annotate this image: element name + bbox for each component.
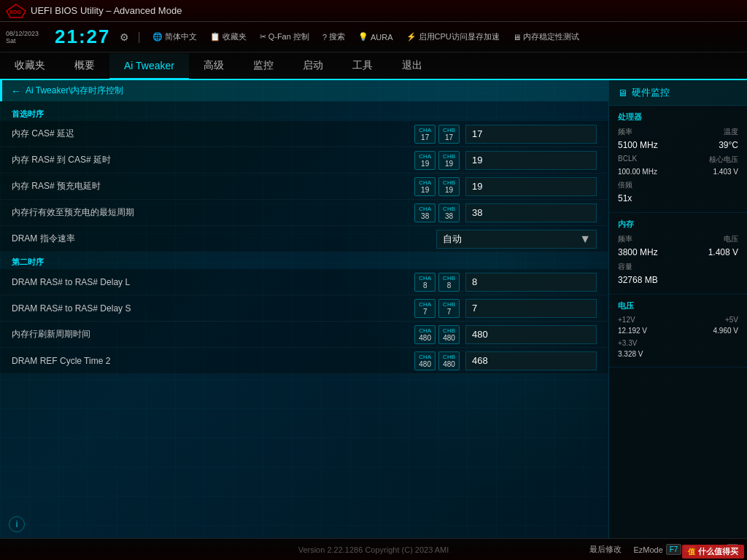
bclk-label: BCLK bbox=[618, 155, 637, 165]
nav-ai-tweaker[interactable]: Ai Tweaker bbox=[109, 53, 189, 79]
cpu-temp-value: 39°C bbox=[719, 140, 738, 150]
top-tools-bar: 🌐 简体中文 📋 收藏夹 ✂ Q-Fan 控制 ? 搜索 💡 AURA ⚡ 启用… bbox=[150, 30, 741, 44]
section2-label: 第二时序 bbox=[0, 252, 608, 269]
chb-badge-ras-cas: CHB 19 bbox=[438, 151, 460, 170]
main-nav: 收藏夹 概要 Ai Tweaker 高级 监控 启动 工具 退出 bbox=[0, 52, 747, 80]
brand-watermark: 值 什么值得买 bbox=[682, 545, 744, 559]
ez-mode-label: EzMode bbox=[633, 545, 662, 554]
input-rrl[interactable] bbox=[465, 273, 597, 292]
mem-freq-label-row: 频率 电压 bbox=[618, 234, 738, 244]
nav-boot[interactable]: 启动 bbox=[288, 53, 338, 79]
nav-summary[interactable]: 概要 bbox=[60, 53, 109, 79]
nav-tools[interactable]: 工具 bbox=[338, 53, 387, 79]
cha-badge-rrl: CHA 8 bbox=[414, 273, 436, 292]
tool-cpu-mem[interactable]: ⚡ 启用CPU访问显存加速 bbox=[403, 30, 503, 44]
v5-label: +5V bbox=[725, 316, 738, 324]
setting-row-ras-pre: 内存 RAS# 预充电延时 CHA 19 CHB 19 bbox=[0, 174, 608, 200]
mem-title: 内存 bbox=[618, 219, 738, 230]
chb-badge-cas: CHB 17 bbox=[438, 125, 460, 144]
cha-badge-rrs: CHA 7 bbox=[414, 299, 436, 318]
core-v-label: 核心电压 bbox=[709, 155, 738, 165]
hardware-monitor-panel: 🖥 硬件监控 处理器 频率 温度 5100 MHz 39°C BCLK 核心电压… bbox=[608, 80, 747, 538]
input-cas[interactable] bbox=[465, 125, 597, 144]
last-modified-label: 最后修改 bbox=[589, 544, 622, 555]
bios-title: UEFI BIOS Utility – Advanced Mode bbox=[31, 5, 182, 16]
cha-badge-tras: CHA 38 bbox=[414, 203, 436, 222]
setting-row-rrl: DRAM RAS# to RAS# Delay L CHA 8 CHB 8 bbox=[0, 269, 608, 295]
cha-badge-trfc2: CHA 480 bbox=[414, 351, 436, 370]
input-ras-pre[interactable] bbox=[465, 177, 597, 196]
mem-freq-value: 3800 MHz bbox=[618, 247, 658, 257]
mem-cap-label: 容量 bbox=[618, 262, 632, 272]
settings-list: 首选时序 内存 CAS# 延迟 CHA 17 CHB 17 bbox=[0, 101, 608, 377]
tool-aura[interactable]: 💡 AURA bbox=[355, 31, 396, 43]
freq-row: 频率 温度 bbox=[618, 127, 738, 137]
chb-badge-ras-pre: CHB 19 bbox=[438, 177, 460, 196]
channel-badges-ras-cas: CHA 19 CHB 19 bbox=[414, 151, 460, 170]
input-trfc2[interactable] bbox=[465, 351, 597, 370]
processor-section: 处理器 频率 温度 5100 MHz 39°C BCLK 核心电压 100.00… bbox=[609, 106, 747, 213]
date-text: 08/12/2023 bbox=[6, 30, 46, 37]
input-ras-cas[interactable] bbox=[465, 151, 597, 170]
settings-gear-icon[interactable]: ⚙ bbox=[120, 31, 129, 43]
info-button[interactable]: i bbox=[9, 516, 25, 532]
v33-label-row: +3.3V bbox=[618, 339, 738, 347]
brand-text: 什么值得买 bbox=[698, 546, 738, 557]
hw-monitor-title: 硬件监控 bbox=[632, 86, 670, 99]
tool-language[interactable]: 🌐 简体中文 bbox=[150, 30, 200, 44]
bclk-values-row: 100.00 MHz 1.403 V bbox=[618, 168, 738, 176]
cha-badge-ras-pre: CHA 19 bbox=[414, 177, 436, 196]
last-modified-btn[interactable]: 最后修改 bbox=[589, 544, 622, 555]
voltage-title: 电压 bbox=[618, 300, 738, 311]
select-cmd-rate[interactable]: 自动 1T 2T bbox=[436, 230, 597, 249]
mem-volt-label: 电压 bbox=[724, 234, 738, 244]
voltage-section: 电压 +12V +5V 12.192 V 4.960 V +3.3V 3.328… bbox=[609, 295, 747, 368]
datetime-bar: 08/12/2023 Sat 21:27 ⚙ | 🌐 简体中文 📋 收藏夹 ✂ … bbox=[0, 22, 747, 52]
setting-row-ras-cas: 内存 RAS# 到 CAS# 延时 CHA 19 CHB 19 bbox=[0, 147, 608, 174]
freq-label: 频率 bbox=[618, 127, 632, 137]
multi-row: 倍频 bbox=[618, 180, 738, 190]
mem-cap-value: 32768 MB bbox=[618, 275, 658, 285]
monitor-screen-icon: 🖥 bbox=[618, 88, 627, 98]
back-arrow-icon[interactable]: ← bbox=[11, 85, 21, 97]
hw-monitor-header: 🖥 硬件监控 bbox=[609, 80, 747, 106]
mem-cap-label-row: 容量 bbox=[618, 262, 738, 272]
multi-value-row: 51x bbox=[618, 193, 738, 203]
label-cmd-rate: DRAM 指令速率 bbox=[12, 233, 385, 245]
v33-value: 3.328 V bbox=[618, 350, 643, 358]
channel-badges-ras-pre: CHA 19 CHB 19 bbox=[414, 177, 460, 196]
label-tras: 内存行有效至预充电的最短周期 bbox=[12, 206, 414, 219]
cha-badge-ras-cas: CHA 19 bbox=[414, 151, 436, 170]
channel-badges-rrl: CHA 8 CHB 8 bbox=[414, 273, 460, 292]
tool-search[interactable]: ? 搜索 bbox=[320, 30, 348, 44]
tool-mem-test[interactable]: 🖥 内存稳定性测试 bbox=[510, 30, 582, 44]
input-trfc[interactable] bbox=[465, 325, 597, 344]
nav-monitor[interactable]: 监控 bbox=[239, 53, 288, 79]
input-rrs[interactable] bbox=[465, 299, 597, 318]
setting-row-rrs: DRAM RAS# to RAS# Delay S CHA 7 CHB 7 bbox=[0, 295, 608, 322]
v12-value: 12.192 V bbox=[618, 327, 647, 335]
settings-scroll[interactable]: 首选时序 内存 CAS# 延迟 CHA 17 CHB 17 bbox=[0, 101, 608, 538]
memory-section: 内存 频率 电压 3800 MHz 1.408 V 容量 32768 MB bbox=[609, 213, 747, 295]
channel-badges-rrs: CHA 7 CHB 7 bbox=[414, 299, 460, 318]
channel-badges-trfc: CHA 480 CHB 480 bbox=[414, 325, 460, 344]
tool-bookmarks[interactable]: 📋 收藏夹 bbox=[207, 30, 249, 44]
channel-badges-cas: CHA 17 CHB 17 bbox=[414, 125, 460, 144]
brand-icon: 值 bbox=[688, 547, 695, 557]
section1-label: 首选时序 bbox=[0, 104, 608, 121]
nav-favorites[interactable]: 收藏夹 bbox=[0, 53, 60, 79]
breadcrumb-text: Ai Tweaker\内存时序控制 bbox=[26, 85, 123, 97]
chb-badge-tras: CHB 38 bbox=[438, 203, 460, 222]
logo-area: ROG UEFI BIOS Utility – Advanced Mode bbox=[6, 4, 182, 18]
tool-qfan[interactable]: ✂ Q-Fan 控制 bbox=[257, 30, 312, 44]
nav-exit[interactable]: 退出 bbox=[387, 53, 437, 79]
nav-advanced[interactable]: 高级 bbox=[189, 53, 239, 79]
label-trfc: 内存行刷新周期时间 bbox=[12, 328, 414, 341]
chb-badge-rrs: CHB 7 bbox=[438, 299, 460, 318]
input-tras[interactable] bbox=[465, 203, 597, 222]
temp-label: 温度 bbox=[724, 127, 738, 137]
select-wrapper-cmd-rate: 自动 1T 2T ▼ bbox=[436, 230, 597, 249]
chb-badge-rrl: CHB 8 bbox=[438, 273, 460, 292]
setting-row-tras: 内存行有效至预充电的最短周期 CHA 38 CHB 38 bbox=[0, 200, 608, 226]
version-text: Version 2.22.1286 Copyright (C) 2023 AMI bbox=[298, 545, 449, 554]
